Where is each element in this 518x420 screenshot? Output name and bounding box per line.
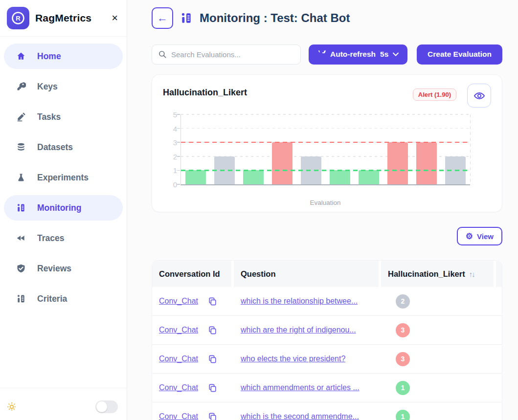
search-box bbox=[152, 44, 301, 65]
profile-row: Welcome back bbox=[0, 417, 127, 420]
y-axis-tick-mark bbox=[177, 170, 180, 171]
view-chart-button[interactable] bbox=[467, 84, 491, 108]
conversation-id-link[interactable]: Conv_Chat bbox=[159, 412, 198, 420]
auto-refresh-label: Auto-refresh bbox=[330, 50, 376, 59]
sidebar-item-label: Traces bbox=[37, 233, 64, 243]
chart-card: Hallucination_Likert Alert (1.90) 012345… bbox=[152, 74, 502, 212]
question-link[interactable]: which ammendments or articles ... bbox=[241, 383, 360, 392]
create-evaluation-button[interactable]: Create Evaluation bbox=[417, 44, 502, 65]
sidebar-item-label: Reviews bbox=[37, 264, 71, 274]
y-axis-tick-label: 5 bbox=[165, 111, 177, 119]
table-row: Conv_Chatwhich are the right of indigeno… bbox=[152, 316, 502, 345]
copy-icon[interactable] bbox=[208, 412, 217, 420]
sidebar-item-tasks[interactable]: Tasks bbox=[4, 104, 123, 130]
view-button[interactable]: ⚙ View bbox=[457, 227, 502, 245]
eye-icon bbox=[473, 90, 485, 102]
score-cell: 1 bbox=[380, 381, 493, 395]
sidebar-item-reviews[interactable]: Reviews bbox=[4, 256, 123, 281]
y-axis-tick-mark bbox=[177, 128, 180, 129]
question-link[interactable]: which are the right of indigenou... bbox=[241, 326, 356, 334]
chevron-down-icon bbox=[393, 52, 399, 56]
column-header-hallucination-likert[interactable]: Hallucination_Likert ↑↓ bbox=[381, 261, 494, 287]
monitoring-title-icon bbox=[180, 12, 193, 24]
alert-badge: Alert (1.90) bbox=[413, 88, 456, 101]
auto-refresh-interval: 5s bbox=[380, 50, 388, 59]
search-input[interactable] bbox=[171, 50, 294, 59]
table-row: Conv_Chatwho elects the vice president?3 bbox=[152, 345, 502, 374]
chart: 012345 bbox=[180, 114, 491, 185]
column-header-partial bbox=[496, 261, 502, 287]
question-link[interactable]: which is the second ammendme... bbox=[241, 412, 359, 420]
sidebar-item-label: Monitoring bbox=[37, 203, 81, 213]
chart-plot-area: 012345 bbox=[180, 114, 470, 185]
sidebar-item-datasets[interactable]: Datasets bbox=[4, 134, 123, 160]
column-header-conversation-id[interactable]: Conversation Id bbox=[152, 261, 231, 287]
sort-icon[interactable]: ↑↓ bbox=[469, 270, 474, 278]
question-cell: which are the right of indigenou... bbox=[234, 326, 378, 334]
table-row: Conv_Chatwhich is the relationship betwe… bbox=[152, 287, 502, 316]
home-icon bbox=[16, 51, 26, 61]
view-row: ⚙ View bbox=[152, 227, 502, 245]
back-button[interactable]: ← bbox=[152, 7, 173, 29]
score-cell: 3 bbox=[380, 352, 493, 366]
column-header-question[interactable]: Question bbox=[234, 261, 379, 287]
sidebar-item-monitoring[interactable]: Monitoring bbox=[4, 195, 123, 221]
conversation-id-link[interactable]: Conv_Chat bbox=[159, 354, 198, 363]
sidebar-item-keys[interactable]: Keys bbox=[4, 74, 123, 99]
y-axis-tick-label: 0 bbox=[165, 180, 177, 189]
copy-icon[interactable] bbox=[208, 326, 217, 335]
conversation-id-link[interactable]: Conv_Chat bbox=[159, 383, 198, 392]
score-cell: 1 bbox=[380, 410, 493, 420]
sidebar-item-experiments[interactable]: Experiments bbox=[4, 165, 123, 190]
sidebar-nav: Home Keys Tasks Datasets Experiments bbox=[0, 37, 127, 311]
conversation-id-link[interactable]: Conv_Chat bbox=[159, 326, 198, 334]
close-sidebar-icon[interactable]: × bbox=[112, 13, 118, 23]
table-body: Conv_Chatwhich is the relationship betwe… bbox=[152, 287, 502, 420]
auto-refresh-button[interactable]: Auto-refresh 5s bbox=[309, 44, 407, 65]
y-axis-tick-label: 4 bbox=[165, 124, 177, 133]
chart-bar[interactable] bbox=[185, 170, 206, 184]
chart-title: Hallucination_Likert bbox=[163, 84, 247, 98]
question-link[interactable]: who elects the vice president? bbox=[241, 354, 345, 363]
threshold-line-good-threshold bbox=[181, 170, 470, 171]
key-icon bbox=[16, 82, 26, 91]
score-badge: 3 bbox=[396, 352, 410, 366]
sidebar-item-traces[interactable]: Traces bbox=[4, 225, 123, 251]
conversation-id-cell: Conv_Chat bbox=[152, 354, 231, 364]
sidebar-item-label: Keys bbox=[37, 82, 58, 92]
sidebar-footer: Welcome back bbox=[0, 388, 127, 420]
copy-icon[interactable] bbox=[208, 297, 217, 306]
chart-bar[interactable] bbox=[330, 170, 350, 184]
conversation-id-link[interactable]: Conv_Chat bbox=[159, 297, 198, 306]
theme-toggle[interactable] bbox=[95, 400, 118, 413]
chart-bar[interactable] bbox=[387, 142, 408, 184]
x-axis-label: Evaluation bbox=[180, 199, 470, 206]
sidebar-item-label: Home bbox=[37, 51, 61, 62]
copy-icon[interactable] bbox=[208, 383, 217, 393]
y-axis-tick-mark bbox=[177, 184, 180, 185]
shield-check-icon bbox=[16, 264, 26, 273]
chart-bar[interactable] bbox=[416, 142, 437, 184]
question-link[interactable]: which is the relationship betwee... bbox=[241, 297, 358, 306]
refresh-icon bbox=[317, 50, 326, 59]
sidebar-item-label: Datasets bbox=[37, 142, 73, 153]
main-content: ← Monitoring : Test: Chat Bot Auto-refre… bbox=[127, 0, 518, 420]
threshold-line-alert-threshold bbox=[181, 142, 470, 143]
y-axis-tick-mark bbox=[177, 142, 180, 143]
back-arrow-icon: ← bbox=[157, 12, 168, 24]
svg-text:R: R bbox=[16, 15, 21, 22]
sidebar-header: R RagMetrics × bbox=[0, 0, 127, 37]
score-cell: 3 bbox=[380, 323, 493, 337]
question-cell: which ammendments or articles ... bbox=[234, 383, 378, 392]
sidebar-item-criteria[interactable]: Criteria bbox=[4, 286, 123, 311]
copy-icon[interactable] bbox=[208, 354, 217, 364]
sidebar-item-home[interactable]: Home bbox=[4, 44, 123, 69]
score-badge: 1 bbox=[396, 381, 410, 395]
question-cell: which is the second ammendme... bbox=[234, 412, 378, 420]
chart-bar[interactable] bbox=[272, 142, 293, 184]
chart-bar[interactable] bbox=[359, 170, 379, 184]
chart-bar[interactable] bbox=[243, 170, 264, 184]
gridline bbox=[181, 128, 470, 129]
question-cell: who elects the vice president? bbox=[234, 354, 378, 363]
conversation-id-cell: Conv_Chat bbox=[152, 412, 231, 420]
